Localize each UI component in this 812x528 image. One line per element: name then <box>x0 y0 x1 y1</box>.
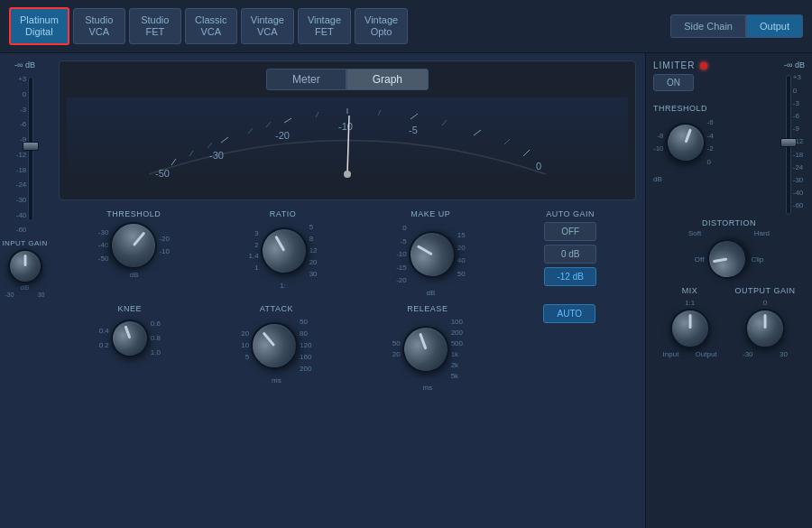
auto-gain-minus12[interactable]: -12 dB <box>544 267 596 286</box>
right-fader-track <box>786 75 791 215</box>
preset-vintage-vca[interactable]: Vintage VCA <box>241 8 294 44</box>
center-panel: Meter Graph <box>50 53 645 528</box>
tick-p3: +3 <box>18 75 26 83</box>
output-button[interactable]: Output <box>746 14 803 38</box>
ratio-knob-group: RATIO 3 2 1.4 1 5 8 12 20 30 <box>249 209 318 290</box>
tick-n30: -30 <box>16 196 27 204</box>
svg-text:-10: -10 <box>338 121 353 132</box>
tick-n24: -24 <box>16 181 27 189</box>
attack-knob-group: ATTACK 20 10 5 50 80 120 160 200 <box>241 304 311 384</box>
release-50: 50 <box>392 338 401 349</box>
tick-n12: -12 <box>16 151 27 159</box>
rtick-n40: -40 <box>793 189 804 197</box>
meter-section: Meter Graph <box>59 60 636 200</box>
rtick-n6: -6 <box>793 112 799 120</box>
sidechain-button[interactable]: Side Chain <box>670 14 746 38</box>
limiter-threshold-knob[interactable] <box>660 117 710 168</box>
preset-studio-fet[interactable]: Studio FET <box>129 8 181 44</box>
preset-studio-vca[interactable]: Studio VCA <box>73 8 125 44</box>
mix-input-label: Input <box>663 350 679 358</box>
release-100: 100 <box>451 317 463 328</box>
attack-160: 160 <box>300 352 311 364</box>
preset-vintage-opto[interactable]: Vintage Opto <box>355 8 408 44</box>
distortion-knob[interactable] <box>705 236 751 283</box>
makeup-label: MAKE UP <box>411 209 450 218</box>
release-knob[interactable] <box>395 320 456 380</box>
makeup-n20: -20 <box>396 274 407 287</box>
input-min: -30 <box>5 292 14 298</box>
knee-knob-group: KNEE 0.4 0.2 0.6 0.8 1.0 <box>99 304 161 360</box>
distortion-label: DISTORTION <box>702 218 756 227</box>
svg-text:0: 0 <box>536 161 541 171</box>
input-gain-knob[interactable] <box>8 249 42 283</box>
input-gain-fader-thumb[interactable] <box>23 142 39 151</box>
svg-line-13 <box>442 120 447 125</box>
dist-off: Off <box>695 255 705 264</box>
svg-line-12 <box>378 110 381 116</box>
knee-knob[interactable] <box>106 314 154 363</box>
svg-line-1 <box>221 137 228 143</box>
output-max: 30 <box>780 350 788 358</box>
ratio-5: 5 <box>309 222 318 234</box>
preset-classic-vca[interactable]: Classic VCA <box>185 8 237 44</box>
tick-n18: -18 <box>16 166 27 174</box>
lim-thresh-n8: -8 <box>653 130 664 143</box>
main-area: -∞ dB +3 0 -3 -6 -9 -12 -18 -24 -30 -40 … <box>0 53 812 528</box>
rtick-n3: -3 <box>793 99 799 107</box>
lim-thresh-n10: -10 <box>653 143 664 155</box>
ratio-14: 1.4 <box>249 251 259 263</box>
vu-arc-svg: -50 -30 -20 -10 -5 0 <box>67 97 628 179</box>
makeup-n15: -15 <box>396 262 407 274</box>
ratio-30: 30 <box>309 269 318 281</box>
release-auto-button[interactable]: AUTO <box>543 304 595 323</box>
output-gain-label: OUTPUT GAIN <box>735 286 796 295</box>
tick-n3: -3 <box>20 106 26 114</box>
tick-n60: -60 <box>16 226 27 234</box>
tick-n40: -40 <box>16 211 27 219</box>
right-fader-thumb[interactable] <box>780 138 797 147</box>
svg-point-22 <box>344 171 351 178</box>
output-gain-knob[interactable] <box>745 309 785 348</box>
ratio-knob[interactable] <box>252 219 316 283</box>
tab-meter[interactable]: Meter <box>266 69 346 90</box>
limiter-on-button[interactable]: ON <box>653 74 694 91</box>
ratio-12: 12 <box>309 245 318 257</box>
auto-gain-off[interactable]: OFF <box>544 222 596 241</box>
attack-120: 120 <box>300 340 311 352</box>
svg-line-14 <box>504 139 510 144</box>
top-bar: Platinum Digital Studio VCA Studio FET C… <box>0 0 812 53</box>
svg-line-2 <box>284 118 291 123</box>
preset-platinum-digital[interactable]: Platinum Digital <box>9 7 69 45</box>
rtick-0: 0 <box>793 87 797 95</box>
makeup-n5: -5 <box>396 236 407 248</box>
tab-graph[interactable]: Graph <box>346 69 429 90</box>
threshold-label: THRESHOLD <box>106 209 161 218</box>
auto-gain-0db[interactable]: 0 dB <box>544 245 596 264</box>
thresh-scale-50: -50 <box>98 253 109 265</box>
limiter-threshold-group: THRESHOLD -8 -10 -6 -4 -2 0 <box>653 98 777 185</box>
knee-label: KNEE <box>118 304 143 313</box>
knobs-row2: KNEE 0.4 0.2 0.6 0.8 1.0 ATTACK <box>59 304 636 392</box>
threshold-knob[interactable] <box>101 213 167 279</box>
makeup-knob[interactable] <box>400 223 464 287</box>
lim-thresh-db: dB <box>653 175 662 183</box>
release-auto-group: AUTO <box>543 304 595 332</box>
release-knob-group: RELEASE 50 20 100 200 500 1k 2k 5k <box>392 304 463 392</box>
input-gain-panel: -∞ dB +3 0 -3 -6 -9 -12 -18 -24 -30 -40 … <box>0 53 50 528</box>
attack-label: ATTACK <box>260 304 293 313</box>
mix-ratio-label: 1:1 <box>685 299 695 307</box>
preset-vintage-fet[interactable]: Vintage FET <box>298 8 351 44</box>
mix-knob[interactable] <box>670 309 710 348</box>
auto-gain-section: AUTO GAIN OFF 0 dB -12 dB <box>544 209 596 286</box>
tick-0: 0 <box>23 90 26 98</box>
threshold-knob-group: THRESHOLD -30 -40 -50 -20 -10 dB <box>98 209 170 279</box>
makeup-50: 50 <box>457 268 466 281</box>
rtick-n24: -24 <box>793 163 804 171</box>
output-gain-value: 0 <box>763 299 767 307</box>
rtick-n9: -9 <box>793 125 799 133</box>
dist-hard: Hard <box>754 229 770 237</box>
attack-200: 200 <box>300 364 311 375</box>
svg-line-7 <box>189 151 193 156</box>
svg-line-5 <box>474 130 481 135</box>
attack-knob[interactable] <box>241 313 307 379</box>
